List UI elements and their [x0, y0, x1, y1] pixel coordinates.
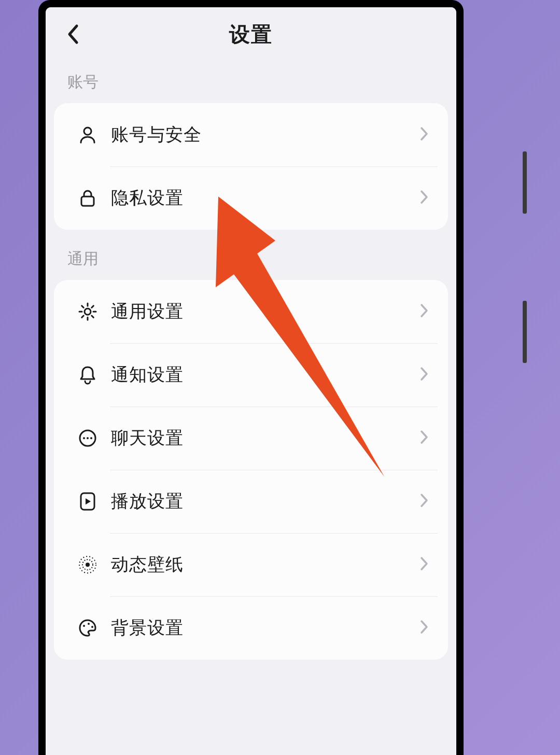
chevron-right-icon [420, 127, 428, 143]
row-live-wallpaper[interactable]: 动态壁纸 [54, 533, 448, 596]
phone-side-button [523, 151, 527, 214]
svg-rect-1 [81, 197, 94, 206]
row-label: 账号与安全 [111, 123, 420, 147]
row-privacy-settings[interactable]: 隐私设置 [54, 166, 448, 230]
chevron-right-icon [420, 303, 428, 320]
page-title: 设置 [229, 20, 273, 49]
chevron-right-icon [420, 190, 428, 206]
section-label-account: 账号 [46, 61, 456, 103]
gear-icon [77, 301, 99, 323]
chevron-right-icon [420, 367, 428, 383]
phone-frame: 设置 账号 账号与安全 隐私设置 [38, 0, 464, 755]
svg-point-4 [83, 437, 85, 439]
svg-point-6 [90, 437, 92, 439]
svg-marker-8 [86, 498, 91, 505]
svg-point-2 [85, 309, 91, 315]
chat-icon [77, 427, 99, 449]
row-label: 通用设置 [111, 300, 420, 324]
svg-point-12 [83, 625, 85, 627]
row-label: 动态壁纸 [111, 553, 420, 577]
phone-side-button [523, 301, 527, 363]
row-general-settings[interactable]: 通用设置 [54, 280, 448, 343]
row-background-settings[interactable]: 背景设置 [54, 596, 448, 660]
play-icon [77, 491, 99, 512]
target-icon [77, 554, 99, 576]
svg-point-14 [91, 626, 93, 628]
chevron-right-icon [420, 493, 428, 510]
section-label-general: 通用 [46, 230, 456, 280]
chevron-left-icon [66, 24, 79, 45]
lock-icon [77, 187, 99, 209]
row-chat-settings[interactable]: 聊天设置 [54, 407, 448, 470]
chevron-right-icon [420, 430, 428, 446]
row-account-security[interactable]: 账号与安全 [54, 103, 448, 166]
row-label: 隐私设置 [111, 186, 420, 210]
row-label: 通知设置 [111, 363, 420, 387]
section-card-account: 账号与安全 隐私设置 [54, 103, 448, 230]
chevron-right-icon [420, 620, 428, 636]
person-icon [77, 124, 99, 146]
row-label: 聊天设置 [111, 426, 420, 450]
svg-point-5 [87, 437, 89, 439]
svg-point-0 [84, 128, 91, 135]
phone-screen: 设置 账号 账号与安全 隐私设置 [46, 7, 456, 755]
back-button[interactable] [60, 22, 85, 47]
svg-point-9 [86, 563, 90, 567]
svg-point-13 [88, 623, 90, 625]
row-label: 播放设置 [111, 490, 420, 513]
bell-icon [77, 364, 99, 386]
chevron-right-icon [420, 556, 428, 573]
row-notification-settings[interactable]: 通知设置 [54, 343, 448, 407]
section-card-general: 通用设置 通知设置 聊天设置 [54, 280, 448, 660]
header-bar: 设置 [46, 7, 456, 61]
row-playback-settings[interactable]: 播放设置 [54, 470, 448, 533]
row-label: 背景设置 [111, 616, 420, 640]
palette-icon [77, 617, 99, 639]
